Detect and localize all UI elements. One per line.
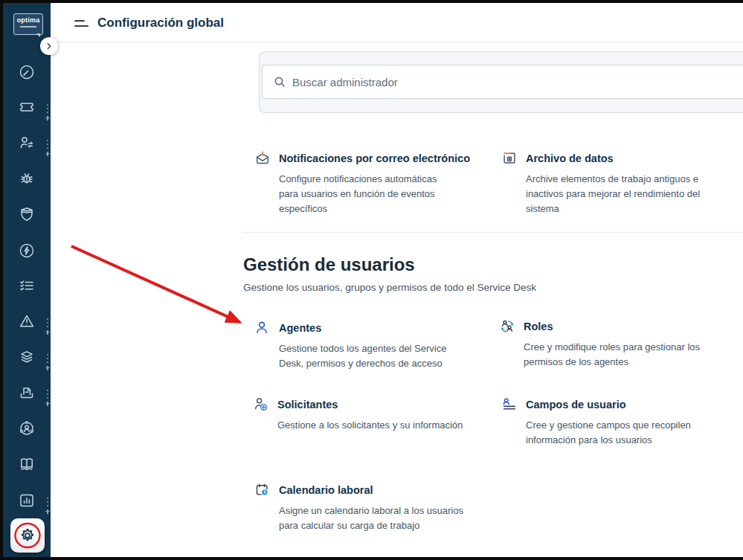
envelope-alert-icon [254,150,271,167]
sidebar-item-requester-sync[interactable] [18,134,36,152]
menu-toggle-button[interactable] [74,20,89,27]
card-email-notifications[interactable]: Notificaciones por correo electrónico Co… [254,150,470,217]
app-logo-tagline [20,26,36,28]
card-data-archive[interactable]: Archivo de datos Archive elementos de tr… [501,150,706,217]
plus-icon [45,509,50,514]
item-description: Cree y gestione campos que recopilen inf… [526,418,701,448]
document-tray-icon [18,384,36,402]
gear-icon [18,526,37,545]
app-logo-text: optima [14,16,42,24]
card-description: Configure notificaciones automáticas par… [279,172,451,216]
plus-icon [45,366,50,370]
requester-options-kebab[interactable] [45,140,51,156]
documents-options-kebab[interactable] [45,390,51,406]
item-description: Cree y modifique roles para gestionar lo… [524,340,708,370]
layers-icon [18,348,36,366]
sidebar-item-tasks[interactable] [18,277,36,295]
section-divider [242,232,743,233]
sidebar-item-security[interactable] [18,205,36,223]
person-icon [254,320,271,336]
sidebar-expand-button[interactable] [40,37,58,55]
item-user-fields[interactable]: Campos de usuario Cree y gestione campos… [501,396,701,448]
search-input[interactable] [292,76,743,88]
window-border-bottom [0,557,743,560]
warning-triangle-icon [18,312,36,330]
sidebar-item-documents[interactable] [18,384,36,402]
item-title: Agentes [279,320,474,335]
search-icon [274,76,286,88]
person-orbit-icon [18,419,36,437]
search-box[interactable] [262,65,743,99]
bug-icon [18,170,36,187]
book-icon [18,455,36,473]
search-panel [259,51,743,113]
analytics-options-kebab[interactable] [45,498,51,514]
card-title: Archivo de datos [526,150,706,165]
plus-icon [45,330,50,335]
bar-chart-icon [18,492,36,509]
page-header: Configuración global [51,3,743,42]
item-description: Asigne un calendario laboral a los usuar… [279,503,471,533]
app-logo[interactable]: optima [13,13,43,35]
section-heading: Gestión de usuarios [243,254,415,275]
sidebar-item-dashboard[interactable] [18,63,36,81]
alerts-options-kebab[interactable] [45,318,51,335]
item-roles[interactable]: Roles Cree y modifique roles para gestio… [499,318,708,370]
tickets-options-kebab[interactable] [45,104,51,120]
window-border-top [0,0,743,3]
shield-icon [18,205,36,223]
item-requesters[interactable]: Solicitantes Gestione a los solicitantes… [253,396,493,433]
sidebar-item-knowledge-base[interactable] [18,455,36,473]
chevron-right-icon [44,41,54,51]
item-work-calendar[interactable]: Calendario laboral Asigne un calendario … [254,482,471,533]
sidebar-item-analytics[interactable] [18,492,36,509]
section-subheading: Gestione los usuarios, grupos y permisos… [243,282,536,293]
main-content: Notificaciones por correo electrónico Co… [51,42,743,557]
app-sidebar: optima [3,3,51,557]
checklist-icon [18,277,36,295]
item-title: Calendario laboral [279,482,471,497]
card-title: Notificaciones por correo electrónico [279,150,470,165]
item-agents[interactable]: Agentes Gestione todos los agentes del S… [254,320,474,371]
page-title: Configuración global [97,16,224,30]
item-title: Roles [524,318,708,333]
item-description: Gestione todos los agentes del Service D… [279,341,474,371]
sidebar-item-assets[interactable] [18,348,36,366]
sidebar-item-settings[interactable] [10,518,45,553]
person-plus-icon [253,396,269,413]
gauge-icon [18,63,36,81]
plus-icon [45,116,50,120]
lightning-circle-icon [18,242,36,260]
people-swap-icon [499,318,515,335]
ticket-icon [18,98,36,116]
item-title: Campos de usuario [526,396,701,411]
plus-icon [45,152,50,156]
sidebar-item-automations[interactable] [18,242,36,260]
sidebar-item-problems[interactable] [18,170,36,187]
item-description: Gestione a los solicitantes y su informa… [277,418,493,433]
calendar-clock-icon [254,482,271,498]
window-border-left [0,0,3,560]
assets-options-kebab[interactable] [45,354,51,370]
person-arrows-icon [18,134,36,152]
archive-box-icon [501,150,518,167]
item-title: Solicitantes [277,396,493,411]
plus-icon [45,402,50,406]
card-description: Archive elementos de trabajo antiguos e … [526,172,706,216]
sidebar-item-user-network[interactable] [18,419,36,437]
sidebar-item-tickets[interactable] [18,98,36,116]
person-lines-icon [501,396,518,413]
sidebar-item-alerts[interactable] [18,312,36,330]
